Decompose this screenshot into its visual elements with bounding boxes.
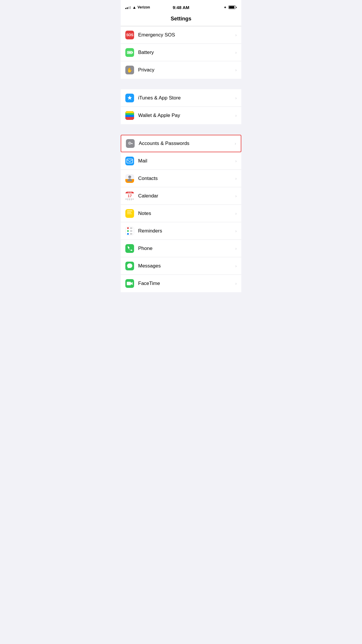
settings-row-itunes-appstore[interactable]: iTunes & App Store ›	[121, 89, 241, 107]
chevron-icon: ›	[235, 281, 237, 286]
messages-label: Messages	[138, 263, 233, 269]
accounts-passwords-icon	[126, 139, 135, 148]
section-divider-2	[121, 124, 241, 135]
chevron-icon: ›	[235, 176, 237, 181]
settings-row-calendar[interactable]: SUN 17 Calendar ›	[121, 187, 241, 205]
battery-icon	[125, 48, 134, 57]
svg-rect-6	[127, 282, 131, 285]
settings-section-3: Accounts & Passwords › Mail › Contacts ›	[121, 135, 241, 292]
settings-section-2: iTunes & App Store › Wallet & Apple Pay …	[121, 89, 241, 124]
appstore-icon	[125, 94, 134, 102]
section-divider-1	[121, 79, 241, 89]
calendar-icon: SUN 17	[125, 192, 134, 200]
chevron-icon: ›	[235, 246, 237, 251]
status-right: ✦	[224, 5, 237, 10]
chevron-icon: ›	[235, 113, 237, 118]
svg-rect-5	[127, 159, 133, 163]
chevron-icon: ›	[235, 96, 237, 100]
chevron-icon: ›	[235, 68, 237, 72]
contacts-icon	[125, 174, 134, 183]
settings-row-facetime[interactable]: FaceTime ›	[121, 275, 241, 292]
contacts-label: Contacts	[138, 176, 233, 181]
mail-label: Mail	[138, 158, 233, 164]
chevron-icon: ›	[235, 50, 237, 55]
settings-row-wallet[interactable]: Wallet & Apple Pay ›	[121, 107, 241, 124]
phone-icon	[125, 244, 134, 253]
privacy-icon: ✋	[125, 66, 134, 74]
notes-icon	[125, 209, 134, 218]
chevron-icon: ›	[235, 33, 237, 37]
settings-row-notes[interactable]: Notes ›	[121, 205, 241, 222]
wallet-label: Wallet & Apple Pay	[138, 113, 233, 118]
facetime-icon	[125, 279, 134, 288]
status-left: ▲ Verizon	[125, 5, 150, 10]
page-title: Settings	[171, 16, 191, 22]
settings-row-phone[interactable]: Phone ›	[121, 240, 241, 257]
nav-bar: Settings	[121, 13, 241, 26]
chevron-icon: ›	[235, 194, 237, 198]
phone-label: Phone	[138, 246, 233, 251]
settings-row-accounts-passwords[interactable]: Accounts & Passwords ›	[121, 135, 241, 152]
settings-row-battery[interactable]: Battery ›	[121, 44, 241, 61]
svg-rect-4	[131, 143, 132, 144]
settings-row-reminders[interactable]: Reminders ›	[121, 222, 241, 240]
battery-indicator	[229, 6, 237, 9]
reminders-label: Reminders	[138, 228, 233, 234]
emergency-sos-label: Emergency SOS	[138, 32, 233, 38]
bluetooth-icon: ✦	[224, 5, 227, 10]
signal-bars-icon	[125, 6, 131, 9]
svg-point-1	[129, 143, 130, 144]
accounts-passwords-label: Accounts & Passwords	[139, 141, 232, 146]
settings-row-contacts[interactable]: Contacts ›	[121, 170, 241, 187]
settings-row-emergency-sos[interactable]: SOS Emergency SOS ›	[121, 26, 241, 44]
chevron-icon: ›	[235, 159, 237, 163]
svg-rect-3	[132, 143, 133, 144]
chevron-icon: ›	[235, 264, 237, 268]
wallet-icon	[125, 111, 134, 120]
messages-icon	[125, 262, 134, 270]
notes-label: Notes	[138, 211, 233, 216]
settings-section-1: SOS Emergency SOS › Battery › ✋ Privacy …	[121, 26, 241, 79]
status-time: 9:48 AM	[173, 5, 189, 10]
settings-row-mail[interactable]: Mail ›	[121, 152, 241, 170]
chevron-icon: ›	[235, 229, 237, 233]
mail-icon	[125, 157, 134, 165]
status-bar: ▲ Verizon 9:48 AM ✦	[121, 0, 241, 13]
wifi-icon: ▲	[132, 5, 136, 10]
calendar-label: Calendar	[138, 193, 233, 199]
reminders-icon	[125, 227, 134, 235]
chevron-icon: ›	[235, 211, 237, 216]
chevron-icon: ›	[235, 141, 236, 146]
settings-row-messages[interactable]: Messages ›	[121, 257, 241, 275]
emergency-sos-icon: SOS	[125, 31, 134, 39]
itunes-appstore-label: iTunes & App Store	[138, 95, 233, 101]
settings-row-privacy[interactable]: ✋ Privacy ›	[121, 61, 241, 79]
battery-label: Battery	[138, 50, 233, 55]
facetime-label: FaceTime	[138, 281, 233, 286]
carrier-text: Verizon	[138, 5, 150, 9]
privacy-label: Privacy	[138, 67, 233, 73]
